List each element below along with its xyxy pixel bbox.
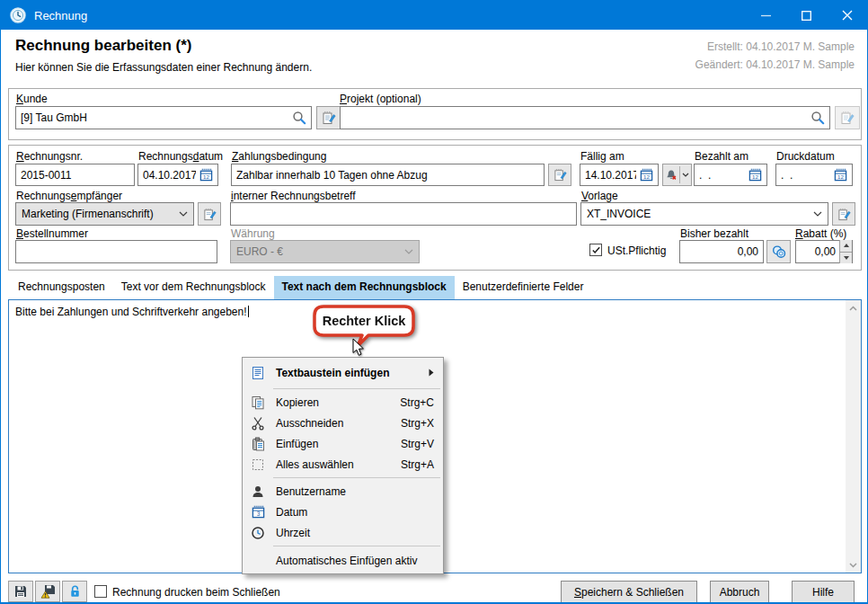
close-button[interactable] [827, 1, 867, 30]
menu-item-datum[interactable]: 3 Datum [243, 502, 443, 522]
menu-item-label: Kopieren [276, 396, 319, 409]
ust-pflichtig-checkbox[interactable] [589, 244, 602, 256]
vorlage-edit-button[interactable] [832, 202, 855, 226]
menu-item-alles-auswaehlen[interactable]: Alles auswählen Strg+A [243, 454, 443, 475]
menu-item-ausschneiden[interactable]: Ausschneiden Strg+X [243, 413, 443, 433]
menu-item-einfuegen[interactable]: Einfügen Strg+V [243, 433, 443, 454]
maximize-button[interactable] [786, 1, 827, 30]
tab-text-nach-rechnungsblock[interactable]: Text nach dem Rechnungsblock [274, 276, 455, 299]
svg-text:12: 12 [837, 173, 844, 180]
menu-item-kopieren[interactable]: Kopieren Strg+C [243, 392, 443, 413]
vorlage-combo[interactable]: XT_INVOICE [580, 202, 828, 226]
rechnungsempfaenger-edit-button[interactable] [198, 202, 221, 226]
bezahlt-am-value: . . [699, 169, 745, 182]
window-controls [746, 1, 867, 30]
waehrung-value: EURO - € [236, 245, 283, 258]
callout-bubble: Rechter Klick [311, 304, 464, 360]
chevron-up-icon [849, 306, 857, 311]
bestellnummer-input[interactable] [15, 240, 217, 263]
betreff-label: interner Rechnungsbetreff [231, 190, 356, 202]
rabatt-spinner[interactable] [839, 240, 852, 263]
menu-item-label: Uhrzeit [276, 527, 310, 539]
rechnungsempfaenger-combo[interactable]: Marketing (Firmenanschrift) [15, 202, 194, 226]
help-button[interactable]: Hilfe [792, 581, 855, 603]
save-button[interactable] [8, 581, 33, 602]
spin-down-button[interactable] [840, 253, 852, 264]
faellig-am-label: Fällig am [580, 150, 624, 163]
print-on-close-checkbox[interactable] [94, 585, 107, 598]
menu-item-automatisches-einfuegen[interactable]: Automatisches Einfügen aktiv [243, 549, 443, 572]
minimize-button[interactable] [746, 1, 786, 30]
edit-icon [554, 168, 567, 182]
chevron-down-icon [813, 211, 822, 217]
rabatt-input[interactable]: 0,00 [795, 240, 853, 263]
edit-icon [840, 111, 855, 125]
projekt-edit-button[interactable] [835, 106, 860, 129]
druckdatum-label: Druckdatum [776, 150, 835, 163]
zahlungsbedingung-label: Zahlungsbedingung [232, 150, 326, 163]
rechnungsnr-label: Rechnungsnr. [16, 150, 83, 163]
select-all-icon [249, 457, 267, 472]
ust-pflichtig-label[interactable]: USt.Pflichtig [607, 244, 666, 257]
betreff-input[interactable] [230, 202, 577, 226]
calendar-icon[interactable]: 12 [748, 168, 762, 182]
zahlungsbedingung-edit-button[interactable] [548, 164, 571, 186]
rechnungsdatum-input[interactable]: 04.10.2017 12 [137, 164, 218, 186]
menu-item-benutzername[interactable]: Benutzername [243, 481, 443, 502]
rechnungsempfaenger-value: Marketing (Firmenanschrift) [22, 208, 154, 220]
editor-scrollbar[interactable] [846, 300, 861, 573]
tab-rechnungsposten[interactable]: Rechnungsposten [10, 276, 113, 299]
reminder-button[interactable] [662, 164, 692, 186]
button-divider [679, 166, 680, 183]
waehrung-label: Währung [231, 227, 275, 240]
help-label: Hilfe [812, 586, 834, 599]
rabatt-label: Rabatt (%) [795, 227, 846, 240]
rechnungsnr-value: 2015-0011 [21, 169, 129, 182]
bisher-bezahlt-value: 0,00 [685, 245, 758, 258]
save-and-close-button[interactable]: Speichern & Schließen [561, 581, 697, 603]
zahlungsbedingung-input[interactable]: Zahlbar innerhalb 10 Tagen ohne Abzug [231, 164, 545, 186]
search-icon[interactable] [292, 111, 306, 125]
calendar-icon[interactable]: 12 [834, 168, 847, 182]
scroll-down-button[interactable] [846, 557, 861, 573]
search-icon[interactable] [810, 111, 825, 125]
invoice-edit-window: Rechnung Rechnung bearbeiten (*) Hier kö… [0, 0, 868, 604]
kunde-input[interactable]: [9] Tau GmbH [15, 106, 312, 129]
faellig-am-input[interactable]: 14.10.2017 12 [580, 164, 659, 186]
bisher-bezahlt-input[interactable]: 0,00 [679, 240, 764, 263]
save-alert-button[interactable] [35, 581, 60, 602]
lock-button[interactable] [62, 581, 87, 602]
projekt-input[interactable] [340, 106, 830, 129]
menu-item-shortcut: Strg+C [400, 396, 434, 409]
bestellnummer-label: Bestellnummer [16, 227, 88, 240]
payment-button[interactable] [766, 240, 791, 263]
spin-up-button[interactable] [840, 240, 852, 253]
rechnungsnr-input[interactable]: 2015-0011 [15, 164, 135, 186]
calendar-icon[interactable]: 12 [640, 168, 653, 182]
druckdatum-input[interactable]: . . 12 [775, 164, 853, 186]
svg-text:12: 12 [203, 173, 209, 180]
svg-text:12: 12 [752, 173, 758, 180]
tab-benutzerdefinierte-felder[interactable]: Benutzerdefinierte Felder [455, 276, 592, 299]
menu-separator [273, 388, 440, 389]
cancel-button[interactable]: Abbruch [710, 581, 769, 603]
kunde-label: Kunde [16, 93, 48, 105]
scroll-up-button[interactable] [846, 300, 861, 315]
svg-text:12: 12 [643, 173, 650, 180]
calendar-icon[interactable]: 12 [199, 168, 213, 182]
check-icon [591, 245, 601, 255]
kunde-edit-button[interactable] [316, 106, 341, 129]
paste-icon [249, 437, 267, 451]
edit-icon [203, 208, 217, 221]
faellig-am-value: 14.10.2017 [585, 169, 636, 182]
save-icon [13, 584, 28, 599]
edit-icon [837, 208, 851, 221]
tab-text-vor-rechnungsblock[interactable]: Text vor dem Rechnungsblock [113, 276, 274, 299]
menu-item-textbaustein[interactable]: Textbaustein einfügen [243, 360, 443, 386]
menu-item-uhrzeit[interactable]: Uhrzeit [243, 522, 443, 543]
bezahlt-am-input[interactable]: . . 12 [694, 164, 767, 186]
print-on-close-label[interactable]: Rechnung drucken beim Schließen [112, 586, 280, 599]
calendar-icon: 3 [249, 505, 267, 519]
rechnungsempfaenger-label: Rechnungsempfänger [16, 190, 122, 202]
created-label: Erstellt: 04.10.2017 M. Sample [707, 40, 855, 53]
